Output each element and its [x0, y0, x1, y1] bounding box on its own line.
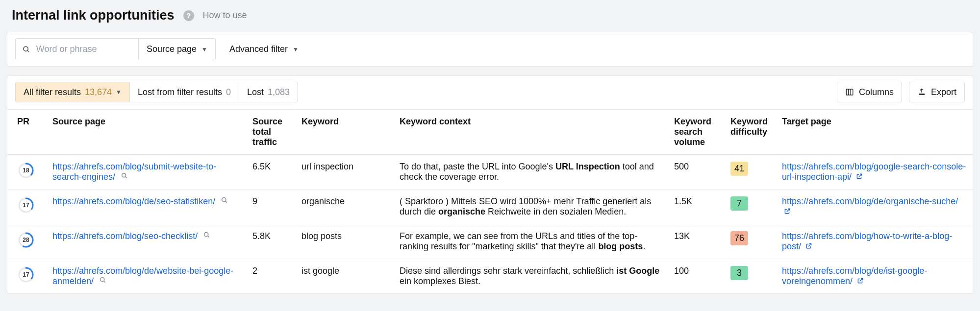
source-page-link[interactable]: https://ahrefs.com/blog/de/website-bei-g…: [52, 266, 233, 286]
advanced-filter-dropdown[interactable]: Advanced filter ▼: [229, 44, 299, 54]
tab-lost-from-filter[interactable]: Lost from filter results 0: [130, 82, 239, 102]
col-pr[interactable]: PR: [7, 110, 47, 155]
search-input[interactable]: [35, 44, 131, 55]
source-page-link[interactable]: https://ahrefs.com/blog/submit-website-t…: [52, 162, 216, 182]
results-table: PR Source page Source total traffic Keyw…: [7, 109, 973, 293]
pr-ring: 18: [17, 162, 35, 182]
col-keyword[interactable]: Keyword: [296, 110, 394, 155]
chevron-down-icon: ▼: [201, 46, 207, 53]
svg-text:17: 17: [23, 202, 29, 209]
external-link-icon[interactable]: [857, 276, 864, 286]
svg-point-9: [122, 173, 126, 177]
svg-point-19: [204, 233, 208, 237]
keyword-cell: url inspection: [296, 155, 394, 190]
volume-cell: 1.5K: [668, 190, 725, 224]
table-row: 17 https://ahrefs.com/blog/de/website-be…: [7, 259, 973, 294]
tab-label: Lost from filter results: [138, 87, 222, 97]
filter-panel: Source page ▼ Advanced filter ▼: [7, 32, 973, 67]
volume-cell: 100: [668, 259, 725, 294]
button-label: Export: [931, 87, 956, 97]
source-page-dropdown[interactable]: Source page ▼: [139, 39, 215, 60]
kd-badge: 41: [730, 162, 748, 176]
col-traffic[interactable]: Source total traffic: [247, 110, 296, 155]
context-cell: Diese sind allerdings sehr stark vereinf…: [394, 259, 668, 294]
target-page-link[interactable]: https://ahrefs.com/blog/de/ist-google-vo…: [782, 266, 927, 286]
svg-point-14: [222, 198, 226, 202]
search-group: Source page ▼: [15, 38, 216, 60]
pr-ring: 28: [17, 231, 35, 251]
results-panel: All filter results 13,674 ▼ Lost from fi…: [7, 75, 973, 294]
inspect-icon[interactable]: [99, 276, 107, 286]
tab-count: 1,083: [268, 87, 290, 97]
how-to-use-link[interactable]: How to use: [203, 10, 247, 21]
traffic-cell: 2: [247, 259, 296, 294]
table-row: 18 https://ahrefs.com/blog/submit-websit…: [7, 155, 973, 190]
table-row: 28 https://ahrefs.com/blog/seo-checklist…: [7, 224, 973, 259]
svg-rect-5: [919, 94, 925, 95]
svg-text:17: 17: [23, 271, 29, 278]
kd-badge: 76: [730, 231, 748, 245]
kd-badge: 3: [730, 266, 748, 280]
inspect-icon[interactable]: [121, 172, 128, 182]
svg-line-20: [208, 236, 209, 238]
tab-count: 0: [226, 87, 231, 97]
keyword-cell: blog posts: [296, 224, 394, 259]
pr-ring: 17: [17, 196, 35, 216]
pr-ring: 17: [17, 266, 35, 286]
columns-button[interactable]: Columns: [837, 82, 902, 102]
page-header: Internal link opportunities ? How to use: [0, 0, 980, 32]
svg-point-24: [101, 278, 104, 282]
inspect-icon[interactable]: [203, 231, 211, 241]
export-icon: [917, 88, 926, 96]
svg-line-10: [126, 177, 127, 178]
page-title: Internal link opportunities: [12, 8, 175, 23]
keyword-cell: organische: [296, 190, 394, 224]
col-target[interactable]: Target page: [776, 110, 973, 155]
external-link-icon[interactable]: [784, 207, 791, 216]
kd-badge: 7: [730, 196, 748, 211]
tab-count: 13,674: [85, 87, 112, 97]
chevron-down-icon: ▼: [116, 89, 122, 96]
filter-tabs: All filter results 13,674 ▼ Lost from fi…: [15, 82, 298, 102]
external-link-icon[interactable]: [856, 172, 863, 182]
svg-line-1: [27, 50, 29, 51]
help-icon[interactable]: ?: [183, 10, 194, 21]
source-page-link[interactable]: https://ahrefs.com/blog/seo-checklist/: [52, 231, 198, 241]
svg-rect-2: [846, 89, 853, 95]
search-icon: [23, 45, 30, 54]
tab-label: Lost: [247, 87, 264, 97]
dropdown-label: Advanced filter: [229, 44, 288, 54]
chevron-down-icon: ▼: [293, 46, 299, 53]
svg-text:28: 28: [23, 237, 29, 243]
traffic-cell: 5.8K: [247, 224, 296, 259]
traffic-cell: 6.5K: [247, 155, 296, 190]
col-source[interactable]: Source page: [47, 110, 247, 155]
context-cell: For example, we can see from the URLs an…: [394, 224, 668, 259]
svg-line-25: [104, 281, 105, 283]
svg-point-0: [24, 47, 28, 51]
volume-cell: 13K: [668, 224, 725, 259]
tab-lost[interactable]: Lost 1,083: [239, 82, 298, 102]
traffic-cell: 9: [247, 190, 296, 224]
target-page-link[interactable]: https://ahrefs.com/blog/google-search-co…: [782, 162, 966, 182]
export-button[interactable]: Export: [909, 82, 965, 102]
context-cell: ( Sparktoro ) Mittels SEO wird 1000%+ me…: [394, 190, 668, 224]
context-cell: To do that, paste the URL into Google's …: [394, 155, 668, 190]
svg-line-15: [226, 201, 227, 203]
source-page-link[interactable]: https://ahrefs.com/blog/de/seo-statistik…: [52, 196, 215, 206]
svg-text:18: 18: [23, 167, 29, 174]
button-label: Columns: [859, 87, 894, 97]
volume-cell: 500: [668, 155, 725, 190]
col-diff[interactable]: Keyword difficulty: [725, 110, 776, 155]
col-volume[interactable]: Keyword search volume: [668, 110, 725, 155]
dropdown-label: Source page: [147, 44, 197, 54]
tab-all-filter-results[interactable]: All filter results 13,674 ▼: [16, 82, 130, 102]
inspect-icon[interactable]: [221, 196, 228, 206]
keyword-cell: ist google: [296, 259, 394, 294]
col-context[interactable]: Keyword context: [394, 110, 668, 155]
target-page-link[interactable]: https://ahrefs.com/blog/de/organische-su…: [782, 196, 958, 206]
table-row: 17 https://ahrefs.com/blog/de/seo-statis…: [7, 190, 973, 224]
columns-icon: [845, 88, 854, 96]
tab-label: All filter results: [24, 87, 81, 97]
external-link-icon[interactable]: [805, 241, 812, 251]
